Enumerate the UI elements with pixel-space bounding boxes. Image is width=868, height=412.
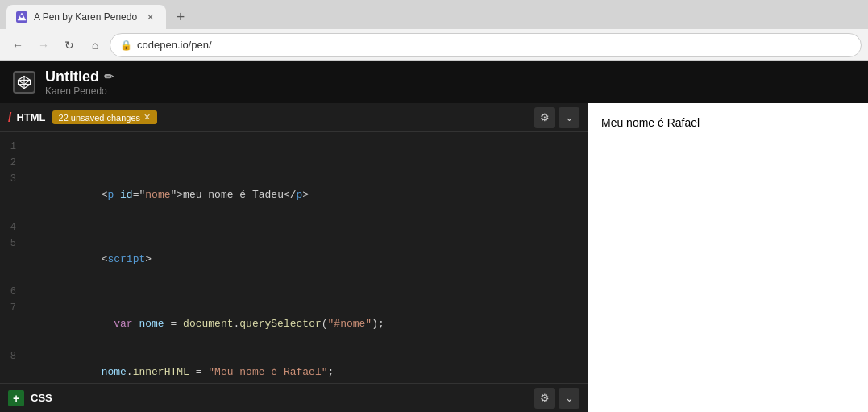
html-label: / HTML <box>8 110 46 125</box>
svg-line-7 <box>24 80 31 84</box>
code-line-2: 2 <box>0 155 588 171</box>
codepen-logo <box>13 71 35 94</box>
css-panel: + CSS ⚙ ⌄ <box>0 383 588 412</box>
tab-title: A Pen by Karen Penedo <box>34 11 137 23</box>
pen-author: Karen Penedo <box>45 85 114 97</box>
pen-title: Untitled ✏ <box>45 69 114 85</box>
reload-button[interactable]: ↻ <box>58 34 81 56</box>
css-panel-controls: ⚙ ⌄ <box>534 388 579 409</box>
preview-pane: Meu nome é Rafael <box>588 103 868 412</box>
code-editor[interactable]: 1 2 3 <p id="nome">meu nome é Tadeu</p> … <box>0 132 588 383</box>
html-panel-header: / HTML 22 unsaved changes ✕ ⚙ ⌄ <box>0 103 588 132</box>
code-line-7: 7 var nome = document.querySelector("#no… <box>0 300 588 348</box>
css-label-text: CSS <box>31 392 52 404</box>
code-line-5: 5 <script> <box>0 235 588 284</box>
html-settings-button[interactable]: ⚙ <box>534 107 555 128</box>
code-line-4: 4 <box>0 219 588 235</box>
svg-point-1 <box>20 15 23 18</box>
editor-area: / HTML 22 unsaved changes ✕ ⚙ ⌄ 1 <box>0 103 868 412</box>
app-content: Untitled ✏ Karen Penedo / HTML 22 unsave… <box>0 61 868 412</box>
html-panel-controls: ⚙ ⌄ <box>534 107 579 128</box>
edit-title-icon[interactable]: ✏ <box>104 70 114 83</box>
home-button[interactable]: ⌂ <box>84 34 106 56</box>
title-section: Untitled ✏ Karen Penedo <box>45 69 114 97</box>
active-tab[interactable]: A Pen by Karen Penedo ✕ <box>6 5 166 29</box>
back-button[interactable]: ← <box>6 34 29 56</box>
unsaved-changes-text: 22 unsaved changes <box>59 113 141 123</box>
html-slash-icon: / <box>8 110 11 125</box>
code-line-8: 8 nome.innerHTML = "Meu nome é Rafael"; <box>0 348 588 383</box>
preview-output: Meu nome é Rafael <box>601 116 855 129</box>
address-bar[interactable]: 🔒 codepen.io/pen/ <box>110 33 862 57</box>
unsaved-changes-badge: 22 unsaved changes ✕ <box>52 110 158 124</box>
forward-button[interactable]: → <box>32 34 55 56</box>
pen-title-text: Untitled <box>45 69 99 85</box>
code-line-6: 6 <box>0 284 588 300</box>
tab-favicon <box>16 11 27 23</box>
html-chevron-button[interactable]: ⌄ <box>559 107 579 128</box>
app-header: Untitled ✏ Karen Penedo <box>0 61 868 103</box>
address-text: codepen.io/pen/ <box>137 39 212 51</box>
css-add-button[interactable]: + <box>8 390 24 406</box>
css-chevron-button[interactable]: ⌄ <box>559 388 579 409</box>
lock-icon: 🔒 <box>120 40 132 51</box>
tab-bar: A Pen by Karen Penedo ✕ + <box>0 0 868 29</box>
html-label-text: HTML <box>16 111 45 123</box>
new-tab-button[interactable]: + <box>169 6 192 28</box>
browser-window: A Pen by Karen Penedo ✕ + ← → ↻ ⌂ 🔒 code… <box>0 0 868 61</box>
unsaved-close-button[interactable]: ✕ <box>143 112 151 123</box>
code-line-1: 1 <box>0 139 588 155</box>
editor-pane: / HTML 22 unsaved changes ✕ ⚙ ⌄ 1 <box>0 103 588 412</box>
nav-bar: ← → ↻ ⌂ 🔒 codepen.io/pen/ <box>0 29 868 61</box>
tab-close-button[interactable]: ✕ <box>143 10 156 23</box>
svg-line-6 <box>19 80 25 84</box>
code-line-3: 3 <p id="nome">meu nome é Tadeu</p> <box>0 171 588 219</box>
css-settings-button[interactable]: ⚙ <box>534 388 555 409</box>
